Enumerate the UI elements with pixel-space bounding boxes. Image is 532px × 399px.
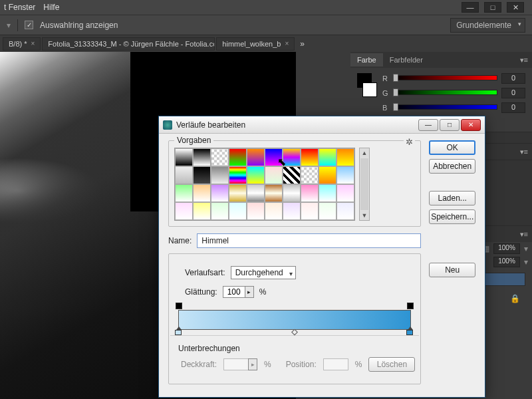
preset-swatch[interactable] [283,148,301,166]
preset-swatch[interactable] [211,166,229,184]
preset-swatch[interactable] [265,202,283,220]
scroll-down-icon[interactable]: ▼ [360,211,369,220]
preset-swatch[interactable] [265,166,283,184]
preset-swatch[interactable] [301,202,319,220]
minimize-button[interactable]: — [462,2,479,13]
auswahlring-label: Auswahlring anzeigen [40,21,118,30]
color-stop-left[interactable] [175,330,183,338]
slider-r[interactable] [393,75,497,82]
gear-icon[interactable]: ✲ [404,137,415,147]
close-icon[interactable]: × [285,40,289,47]
preset-swatch[interactable] [319,166,336,184]
smooth-label: Glättung: [185,287,217,297]
foreground-background-swatch[interactable] [357,73,377,113]
doc-tab-2[interactable]: Fotolia_31333343_M - © Jürgen Fälchle - … [42,37,215,51]
preset-swatch[interactable] [336,148,354,166]
opacity-stop-right[interactable] [407,303,414,309]
input-r[interactable]: 0 [501,73,525,84]
stop-position-input [323,358,348,370]
preset-swatch[interactable] [193,184,211,202]
preset-swatch[interactable] [229,184,247,202]
document-tabs: B/8) *× Fotolia_31333343_M - © Jürgen Fä… [0,35,532,52]
preset-swatch[interactable] [247,166,265,184]
preset-swatch[interactable] [336,202,354,220]
preset-swatch[interactable] [301,184,319,202]
type-select[interactable]: Durchgehend [231,266,296,279]
workspace-dropdown[interactable]: Grundelemente [450,18,525,33]
preset-swatch[interactable] [175,166,193,184]
input-g[interactable]: 0 [501,88,525,98]
preset-swatch[interactable] [301,166,319,184]
preset-swatch[interactable] [229,148,247,166]
preset-swatch[interactable] [211,202,229,220]
midpoint-handle[interactable] [291,329,298,336]
menubar: t Fenster Hilfe — □ ✕ [0,0,532,15]
preset-scrollbar[interactable]: ▲ ▼ [359,148,370,221]
preset-swatch[interactable] [336,166,354,184]
opacity-input[interactable]: 100% [493,243,520,254]
preset-swatch[interactable] [283,202,301,220]
preset-swatch[interactable] [301,148,319,166]
preset-swatch[interactable] [193,202,211,220]
name-input[interactable] [197,233,421,248]
preset-swatch[interactable] [175,202,193,220]
dialog-minimize[interactable]: — [418,119,438,131]
preset-swatch[interactable] [175,184,193,202]
slider-b[interactable] [393,104,497,111]
preset-swatch[interactable] [319,202,336,220]
smooth-input[interactable] [223,286,245,298]
new-button[interactable]: Neu [429,263,475,277]
slider-g[interactable] [393,90,497,96]
preset-swatch[interactable] [229,166,247,184]
tab-farbe[interactable]: Farbe [350,53,383,66]
menu-hilfe[interactable]: Hilfe [43,3,59,12]
color-stop-right[interactable] [406,330,414,338]
preset-swatch[interactable] [265,148,283,166]
auswahlring-checkbox[interactable]: ✓ [25,21,33,29]
preset-swatch[interactable] [319,148,336,166]
panel-menu-icon[interactable]: ▾≡ [516,148,532,156]
options-bar: ▾ ✓ Auswahlring anzeigen Grundelemente [0,15,532,35]
scroll-up-icon[interactable]: ▲ [360,148,369,158]
close-icon[interactable]: × [31,40,35,47]
preset-swatch[interactable] [283,184,301,202]
save-button[interactable]: Speichern... [429,209,475,224]
preset-grid [174,148,355,221]
dialog-titlebar[interactable]: Verläufe bearbeiten — □ ✕ [159,116,485,134]
cancel-button[interactable]: Abbrechen [429,159,475,174]
preset-swatch[interactable] [283,166,301,184]
dialog-maximize[interactable]: □ [440,119,460,131]
fill-input[interactable]: 100% [493,257,520,267]
preset-swatch[interactable] [336,184,354,202]
preset-swatch[interactable] [247,184,265,202]
ok-button[interactable]: OK [429,140,475,155]
smooth-stepper[interactable]: ▸ [245,286,254,298]
preset-swatch[interactable] [247,202,265,220]
name-label: Name: [168,236,192,245]
presets-label: Vorgaben [174,136,213,145]
panel-menu-icon[interactable]: ▾≡ [516,56,532,65]
dialog-close[interactable]: ✕ [461,119,481,131]
preset-swatch[interactable] [265,184,283,202]
gradient-bar[interactable] [178,310,411,330]
doc-tab-1[interactable]: B/8) *× [3,37,41,51]
input-b[interactable]: 0 [501,102,525,113]
load-button[interactable]: Laden... [429,191,475,205]
preset-swatch[interactable] [229,202,247,220]
preset-swatch[interactable] [211,184,229,202]
maximize-button[interactable]: □ [484,2,501,13]
opacity-stop-left[interactable] [176,303,182,309]
preset-swatch[interactable] [211,148,229,166]
tab-farbfelder[interactable]: Farbfelder [383,53,430,66]
close-button[interactable]: ✕ [507,2,524,13]
doc-tab-3[interactable]: himmel_wolken_b× [216,37,295,51]
preset-swatch[interactable] [193,148,211,166]
preset-swatch[interactable] [319,184,336,202]
tabs-overflow-icon[interactable]: » [296,39,309,49]
panel-menu-icon[interactable]: ▾≡ [516,230,532,239]
preset-swatch[interactable] [175,148,193,166]
gradient-editor-dialog: Verläufe bearbeiten — □ ✕ Vorgaben ✲ ▲ ▼… [158,116,485,398]
menu-fenster[interactable]: t Fenster [4,3,35,12]
preset-swatch[interactable] [247,148,265,166]
preset-swatch[interactable] [193,166,211,184]
